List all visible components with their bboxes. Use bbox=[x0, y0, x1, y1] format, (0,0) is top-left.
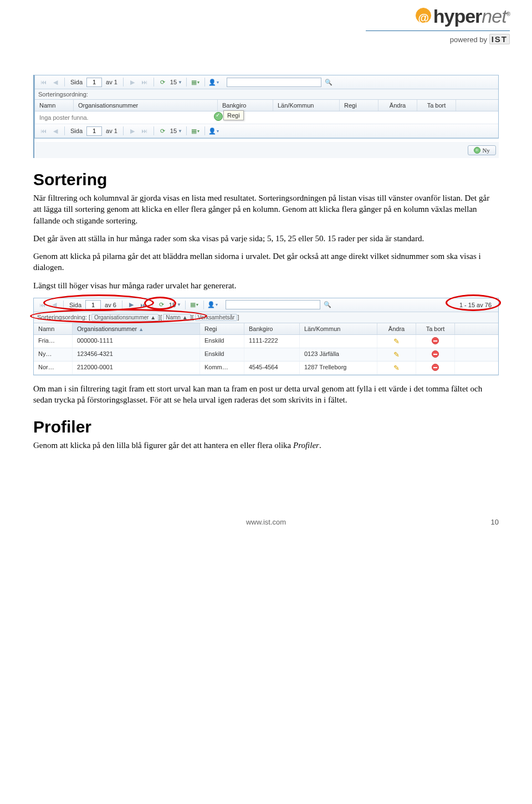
sort-tag[interactable]: Namn ▲ bbox=[163, 314, 190, 321]
col-org[interactable]: Organisationsnummer ▲ bbox=[73, 323, 200, 334]
cell-bank: 4545-4564 bbox=[244, 362, 300, 374]
page-input[interactable] bbox=[86, 78, 102, 87]
rows-per-page-dropdown[interactable]: 15▼ bbox=[170, 79, 182, 85]
pager-toolbar: ⏮ ◀ Sida av 6 ▶ ⏭ ⟳ 15▼ ▦▼ 👤▼ 🔍 1 - 15 a… bbox=[34, 298, 498, 312]
table-row[interactable]: Ny…123456-4321Enskild0123 Järfälla✎ bbox=[34, 348, 498, 362]
search-icon[interactable]: 🔍 bbox=[323, 300, 332, 310]
cell-org: 123456-4321 bbox=[73, 348, 200, 361]
cell-delete[interactable] bbox=[416, 348, 455, 361]
sort-tag[interactable]: Organisationsnummer ▲ bbox=[91, 314, 158, 321]
prev-page-icon[interactable]: ◀ bbox=[49, 300, 59, 310]
col-regi[interactable]: Regi bbox=[340, 100, 378, 111]
columns-icon[interactable]: ▦▼ bbox=[191, 126, 201, 136]
para-1: När filtrering och kolumnval är gjorda v… bbox=[33, 192, 499, 226]
first-page-icon[interactable]: ⏮ bbox=[38, 126, 48, 136]
plus-icon: + bbox=[474, 147, 480, 154]
table-row[interactable]: Fria…000000-1111Enskild1111-2222✎ bbox=[34, 335, 498, 348]
profile-icon[interactable]: 👤▼ bbox=[209, 126, 219, 136]
col-regi[interactable]: Regi bbox=[200, 323, 244, 334]
page-of-label: av 1 bbox=[106, 79, 117, 85]
col-tabort[interactable]: Ta bort bbox=[416, 323, 455, 334]
profile-icon[interactable]: 👤▼ bbox=[208, 300, 218, 310]
refresh-icon[interactable]: ⟳ bbox=[157, 300, 167, 310]
cell-edit[interactable]: ✎ bbox=[377, 362, 416, 374]
page-of-label: av 6 bbox=[105, 302, 116, 308]
cell-namn: Fria… bbox=[34, 335, 73, 348]
refresh-icon[interactable]: ⟳ bbox=[158, 126, 168, 136]
pencil-icon: ✎ bbox=[393, 364, 400, 372]
col-bankgiro[interactable]: Bankgiro bbox=[218, 100, 273, 111]
page-label: Sida bbox=[69, 302, 81, 308]
cell-bank bbox=[244, 348, 300, 361]
cell-edit[interactable]: ✎ bbox=[377, 348, 416, 361]
cell-org: 212000-0001 bbox=[73, 362, 200, 374]
cell-bank: 1111-2222 bbox=[244, 335, 300, 348]
cell-regi: Enskild bbox=[200, 348, 244, 361]
sort-tag[interactable]: Verksamhetsår bbox=[195, 314, 238, 321]
para-3: Genom att klicka på pilarna går det att … bbox=[33, 251, 499, 273]
col-andra[interactable]: Ändra bbox=[377, 323, 416, 334]
delete-icon bbox=[432, 364, 439, 371]
cell-org: 000000-1111 bbox=[73, 335, 200, 348]
cell-regi: Enskild bbox=[200, 335, 244, 348]
ist-logo: IST bbox=[489, 34, 510, 44]
brand-logo: @hypernet® powered by IST bbox=[366, 6, 510, 44]
logo-at-icon: @ bbox=[416, 8, 431, 23]
heading-profiler: Profiler bbox=[33, 418, 499, 436]
col-namn[interactable]: Namn bbox=[34, 323, 73, 334]
page-number: 10 bbox=[491, 518, 499, 526]
cell-delete[interactable] bbox=[416, 362, 455, 374]
delete-icon bbox=[432, 350, 439, 358]
first-page-icon[interactable]: ⏮ bbox=[37, 300, 47, 310]
cell-regi: Komm… bbox=[200, 362, 244, 374]
cell-edit[interactable]: ✎ bbox=[377, 335, 416, 348]
page-label: Sida bbox=[70, 79, 83, 85]
column-header-row: Namn Organisationsnummer ▲ Regi Bankgiro… bbox=[34, 323, 498, 335]
empty-message: Inga poster funna. ✓Regi bbox=[35, 111, 498, 124]
grid-panel-1: ⏮ ◀ Sida av 1 ▶ ⏭ ⟳ 15▼ ▦▼ 👤▼ 🔍 Sorterin… bbox=[34, 75, 499, 139]
sort-label: Sorteringsordning: bbox=[37, 314, 87, 320]
para-6: Genom att klicka på den lilla blå figure… bbox=[33, 440, 499, 451]
next-page-icon[interactable]: ▶ bbox=[126, 300, 136, 310]
page-input[interactable] bbox=[85, 300, 101, 309]
col-lan[interactable]: Län/Kommun bbox=[300, 323, 377, 334]
col-namn[interactable]: Namn bbox=[35, 100, 74, 111]
col-org[interactable]: Organisationsnummer bbox=[74, 100, 218, 111]
cell-lan: 1287 Trelleborg bbox=[300, 362, 377, 374]
last-page-icon[interactable]: ⏭ bbox=[140, 126, 150, 136]
delete-icon bbox=[432, 337, 439, 344]
pager-toolbar-top: ⏮ ◀ Sida av 1 ▶ ⏭ ⟳ 15▼ ▦▼ 👤▼ 🔍 bbox=[35, 75, 498, 89]
first-page-icon[interactable]: ⏮ bbox=[38, 77, 48, 87]
rows-per-page-dropdown[interactable]: 15▼ bbox=[169, 302, 181, 308]
cell-delete[interactable] bbox=[416, 335, 455, 348]
col-tabort[interactable]: Ta bort bbox=[417, 100, 456, 111]
prev-page-icon[interactable]: ◀ bbox=[50, 77, 60, 87]
new-button[interactable]: +Ny bbox=[468, 145, 496, 155]
last-page-icon[interactable]: ⏭ bbox=[140, 77, 150, 87]
next-page-icon[interactable]: ▶ bbox=[127, 126, 137, 136]
cell-namn: Ny… bbox=[34, 348, 73, 361]
cell-lan bbox=[300, 335, 377, 348]
page-input[interactable] bbox=[86, 126, 102, 136]
next-page-icon[interactable]: ▶ bbox=[127, 77, 137, 87]
sort-order-row: Sorteringsordning: bbox=[35, 89, 498, 100]
pencil-icon: ✎ bbox=[393, 350, 400, 359]
search-icon[interactable]: 🔍 bbox=[324, 77, 334, 87]
search-input[interactable] bbox=[226, 300, 320, 309]
search-input[interactable] bbox=[227, 78, 321, 87]
refresh-icon[interactable]: ⟳ bbox=[158, 77, 168, 87]
columns-icon[interactable]: ▦▼ bbox=[191, 77, 201, 87]
last-page-icon[interactable]: ⏭ bbox=[139, 300, 149, 310]
sort-label: Sorteringsordning: bbox=[38, 91, 88, 98]
table-row[interactable]: Nor…212000-0001Komm…4545-45641287 Trelle… bbox=[34, 362, 498, 375]
powered-by-label: powered by bbox=[450, 35, 487, 44]
rows-per-page-dropdown[interactable]: 15▼ bbox=[170, 128, 182, 134]
profile-icon[interactable]: 👤▼ bbox=[209, 77, 219, 87]
prev-page-icon[interactable]: ◀ bbox=[50, 126, 60, 136]
col-lan[interactable]: Län/Kommun bbox=[273, 100, 340, 111]
logo-text: hyper bbox=[433, 6, 482, 27]
col-andra[interactable]: Ändra bbox=[378, 100, 417, 111]
columns-icon[interactable]: ▦▼ bbox=[190, 300, 200, 310]
grid-panel-2: ⏮ ◀ Sida av 6 ▶ ⏭ ⟳ 15▼ ▦▼ 👤▼ 🔍 1 - 15 a… bbox=[33, 298, 499, 375]
col-bankgiro[interactable]: Bankgiro bbox=[244, 323, 300, 334]
